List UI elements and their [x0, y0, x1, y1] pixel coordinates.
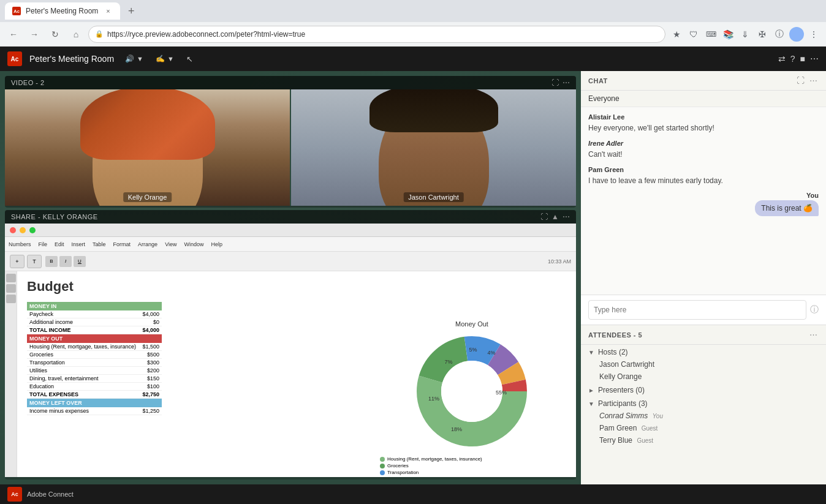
cursor-display: ↖ [183, 52, 197, 66]
underline-btn[interactable]: U [74, 256, 86, 267]
browser-tab[interactable]: Ac Peter's Meeting Room × [5, 2, 120, 20]
chat-messages: Alistair Lee Hey everyone, we'll get sta… [581, 107, 826, 295]
total-income-row: TOTAL INCOME $4,000 [27, 326, 162, 334]
menu-window[interactable]: Window [184, 241, 203, 247]
toolbar-btn[interactable]: + [10, 255, 25, 268]
toolbar-buttons: B I U [45, 255, 544, 268]
legend-dot-groceries [380, 464, 385, 468]
browser-titlebar: Ac Peter's Meeting Room × + [0, 0, 826, 22]
chat-section: CHAT ⛶ ⋯ Everyone Alistair Lee Hey every… [581, 71, 826, 325]
italic-btn[interactable]: I [59, 256, 72, 267]
attendee-conrad: Conrad Simms You [581, 410, 826, 422]
home-button[interactable]: ⌂ [67, 26, 85, 43]
attendee-terry-name: Terry Blue [599, 436, 632, 445]
download-icon[interactable]: ⇓ [738, 27, 752, 42]
additional-value: $0 [153, 319, 159, 325]
video-cell-jason: Jason Cartwright [291, 89, 576, 206]
money-in-header: MONEY IN [27, 302, 162, 310]
chart-area: Money Out [380, 320, 564, 473]
reader-icon[interactable]: 📚 [721, 27, 735, 42]
hand-label: ▼ [167, 55, 174, 62]
mac-close-btn[interactable] [10, 227, 16, 233]
menu-arrange[interactable]: Arrange [138, 241, 157, 247]
share-expand-icon[interactable]: ⛶ [540, 213, 548, 221]
video-expand-icon[interactable]: ⛶ [551, 78, 559, 87]
video-controls: ⛶ ⋯ [551, 78, 570, 87]
attendees-more-icon[interactable]: ⋯ [809, 330, 819, 339]
chat-send-icon[interactable]: ⓘ [810, 304, 819, 315]
attendee-you-tag: You [653, 413, 663, 419]
address-bar[interactable]: 🔒 https://ryce.preview.adobeconnect.com/… [88, 26, 665, 43]
spreadsheet-main: Budget MONEY IN Paycheck $4,000 [17, 271, 576, 477]
extensions-icon[interactable]: ⌨ [703, 27, 718, 42]
menu-numbers[interactable]: Numbers [9, 241, 31, 247]
more-icon[interactable]: ⋯ [810, 54, 819, 64]
menu-view[interactable]: View [165, 241, 176, 247]
back-button[interactable]: ← [5, 26, 22, 43]
utilities-value: $200 [147, 367, 159, 374]
msg-sender-pam: Pam Green [588, 166, 819, 173]
forward-button[interactable]: → [26, 26, 43, 43]
header-right: ⇄ ? ■ ⋯ [778, 54, 819, 64]
app-content: Ac Peter's Meeting Room 🔊 ▼ ✍ ▼ ↖ ⇄ ? ■ … [0, 47, 826, 504]
tab-favicon: Ac [12, 7, 21, 15]
msg-sender-irene: Irene Adler [588, 140, 819, 147]
audio-button[interactable]: 🔊 ▼ [121, 52, 147, 66]
mac-max-btn[interactable] [29, 227, 36, 233]
education-row: Education $100 [27, 383, 162, 391]
legend-housing: Housing (Rent, mortgage, taxes, insuranc… [380, 456, 564, 462]
toolbar-btn2[interactable]: T [27, 255, 42, 268]
msg-sender-you: You [806, 192, 819, 199]
new-tab-button[interactable]: + [123, 2, 140, 20]
share-label: SHARE - KELLY ORANGE [11, 213, 98, 220]
spreadsheet-toolbar2: + T B I U 10:33 AM [5, 252, 576, 271]
lock-icon: 🔒 [95, 30, 104, 38]
pct-transport: 11% [428, 396, 439, 402]
menu-help[interactable]: Help [211, 241, 223, 247]
menu-table[interactable]: Table [93, 241, 106, 247]
profile-icon[interactable] [789, 27, 804, 42]
legend-dot-housing [380, 457, 385, 462]
bookmark-icon[interactable]: ★ [669, 27, 684, 42]
help-icon[interactable]: ? [790, 54, 795, 64]
pct-dining: 5% [469, 347, 477, 353]
chat-header-icons: ⛶ ⋯ [797, 76, 819, 85]
layout-icon[interactable]: ■ [800, 54, 805, 64]
participants-group-header[interactable]: ▼ Participants (3) [581, 396, 826, 410]
share-screen-icon[interactable]: ▲ [551, 213, 559, 221]
refresh-button[interactable]: ↻ [47, 26, 64, 43]
legend-dot-transport [380, 470, 385, 475]
tab-close-button[interactable]: × [103, 6, 113, 16]
share-dots-icon[interactable]: ⋯ [563, 213, 570, 221]
total-expenses-row: TOTAL EXPENSES $2,750 [27, 391, 162, 399]
chat-input[interactable] [588, 300, 806, 320]
hand-button[interactable]: ✍ ▼ [152, 52, 178, 66]
apps-icon[interactable]: ✠ [755, 27, 770, 42]
jason-video [291, 89, 576, 206]
shield-icon[interactable]: 🛡 [686, 27, 701, 42]
video-dots-icon[interactable]: ⋯ [563, 78, 570, 87]
hosts-group-header[interactable]: ▼ Hosts (2) [581, 345, 826, 358]
msg-irene: Irene Adler Can't wait! [588, 140, 819, 160]
browser-toolbar: ← → ↻ ⌂ 🔒 https://ryce.preview.adobeconn… [0, 22, 826, 47]
format-btn[interactable]: B [45, 256, 58, 267]
info-icon[interactable]: ⓘ [772, 27, 787, 42]
chat-popup-icon[interactable]: ⛶ [797, 76, 805, 85]
additional-label: Additional income [29, 319, 73, 325]
menu-insert[interactable]: Insert [72, 241, 86, 247]
menu-icon[interactable]: ⋮ [806, 27, 821, 42]
share-header: SHARE - KELLY ORANGE ⛶ ▲ ⋯ [5, 210, 576, 224]
time-display: 10:33 AM [548, 258, 571, 265]
menu-file[interactable]: File [39, 241, 48, 247]
menu-edit[interactable]: Edit [55, 241, 64, 247]
chat-more-icon[interactable]: ⋯ [809, 76, 819, 85]
bars-icon[interactable]: ⇄ [778, 54, 786, 64]
video-section: VIDEO - 2 ⛶ ⋯ [5, 76, 576, 208]
mac-min-btn[interactable] [20, 227, 26, 233]
attendees-participants-group: ▼ Participants (3) Conrad Simms You Pam … [581, 396, 826, 446]
presenters-group-header[interactable]: ► Presenters (0) [581, 383, 826, 396]
msg-text-irene: Can't wait! [588, 149, 819, 160]
attendee-kelly: Kelly Orange [581, 370, 826, 383]
sidebar-icons [5, 271, 17, 306]
menu-format[interactable]: Format [113, 241, 131, 247]
